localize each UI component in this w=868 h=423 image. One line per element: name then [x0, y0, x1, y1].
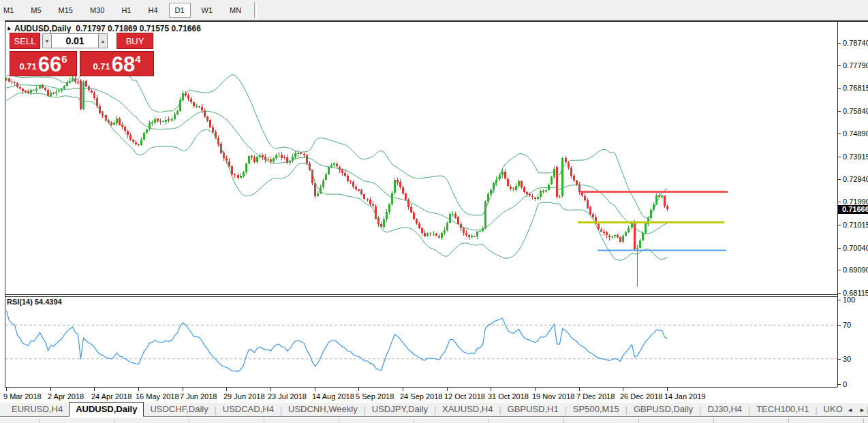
- price-axis-label: 0.78740: [843, 39, 868, 47]
- date-axis-label: 7 Jun 2018: [180, 392, 217, 401]
- chevron-up-icon: ▲: [101, 39, 106, 44]
- tab-usdcnh-weekly[interactable]: USDCNH,Weekly: [282, 403, 364, 416]
- sell-price-big: 66: [38, 56, 61, 74]
- date-axis-label: 9 Mar 2018: [3, 392, 42, 401]
- tab-scroll-buttons: ◄ ►: [843, 405, 865, 415]
- volume-input[interactable]: 0.01: [52, 33, 98, 48]
- price-axis-label: 0.73915: [843, 153, 868, 161]
- date-axis-label: 24 Apr 2018: [91, 392, 131, 401]
- date-axis-label: 14 Jan 2019: [664, 392, 706, 401]
- buy-button[interactable]: BUY: [117, 33, 153, 49]
- tab-sp500-m15[interactable]: SP500,M15: [567, 403, 625, 416]
- tab-eurusd-h4[interactable]: EURUSD,H4: [5, 403, 69, 416]
- date-axis-label: 7 Dec 2018: [576, 392, 615, 401]
- price-axis-label: 0.70040: [843, 244, 868, 252]
- date-axis-label: 24 Sep 2018: [400, 392, 442, 401]
- mt4-window: M1M5M15M30H1H4D1W1MN ▲ AUDUSD,Daily0.717…: [0, 0, 868, 423]
- chevron-down-icon: ▼: [45, 39, 50, 44]
- candlestick-series: [5, 76, 668, 287]
- rsi-axis-label: 100: [843, 296, 855, 304]
- price-axis-label: 0.69090: [843, 266, 868, 274]
- date-axis-label: 31 Oct 2018: [488, 392, 529, 401]
- tab-audusd-daily[interactable]: AUDUSD,Daily: [69, 402, 144, 417]
- sell-button[interactable]: SELL: [10, 33, 40, 49]
- buy-price-big: 68: [112, 56, 135, 74]
- tab-usdchf-daily[interactable]: USDCHF,Daily: [144, 403, 214, 416]
- buy-price-prefix: 0.71: [93, 61, 110, 72]
- chart-symbol-period: AUDUSD,Daily: [14, 24, 71, 33]
- chart-ohlc-values: 0.71797 0.71869 0.71575 0.71666: [76, 24, 201, 33]
- tab-scroll-right-button[interactable]: ►: [859, 405, 865, 415]
- price-axis-label: 0.76815: [843, 84, 868, 92]
- price-axis-label: 0.77790: [843, 61, 868, 69]
- chart-tab-bar: EURUSD,H4AUDUSD,DailyUSDCHF,Daily|USDCAD…: [0, 403, 868, 417]
- trade-panel-top-row: SELL ▼ 0.01 ▲ BUY: [10, 33, 154, 49]
- sell-price-prefix: 0.71: [19, 61, 36, 72]
- status-bar: [0, 418, 868, 423]
- sell-price-pip: 6: [61, 53, 67, 65]
- tab-scroll-left-button[interactable]: ◄: [847, 405, 853, 415]
- tab-usdcad-h4[interactable]: USDCAD,H4: [217, 403, 280, 416]
- one-click-trading-panel: SELL ▼ 0.01 ▲ BUY 0.71666 0.71684: [10, 33, 154, 76]
- date-axis-label: 14 Aug 2018: [312, 392, 354, 401]
- tab-gbpusd-daily[interactable]: GBPUSD,Daily: [627, 403, 699, 416]
- current-price-tag: 0.71666: [838, 205, 868, 214]
- buy-price-pip: 4: [135, 53, 140, 65]
- tab-xauusd-h4[interactable]: XAUUSD,H4: [436, 403, 499, 416]
- chart-title: AUDUSD,Daily0.71797 0.71869 0.71575 0.71…: [14, 24, 201, 33]
- volume-decrease-button[interactable]: ▼: [42, 33, 52, 48]
- rsi-axis-label: 0: [843, 380, 847, 388]
- price-axis-label: 0.75840: [843, 107, 868, 115]
- rsi-axis-label: 70: [843, 321, 851, 329]
- date-axis-label: 26 Dec 2018: [620, 392, 662, 401]
- rsi-line: [7, 311, 668, 371]
- tab-tech100-h1[interactable]: TECH100,H1: [750, 403, 815, 416]
- date-axis-label: 5 Sep 2018: [356, 392, 394, 401]
- rsi-indicator-label: RSI(14) 54.4394: [7, 298, 62, 306]
- date-axis-label: 16 May 2018: [136, 392, 179, 401]
- date-axis-label: 19 Nov 2018: [532, 392, 574, 401]
- date-axis-label: 23 Jul 2018: [268, 392, 307, 401]
- date-axis-label: 29 Jun 2018: [223, 392, 265, 401]
- price-axis-label: 0.72940: [843, 175, 868, 183]
- date-axis-label: 12 Oct 2018: [444, 392, 485, 401]
- buy-price-button[interactable]: 0.71684: [80, 51, 154, 76]
- rsi-axis-label: 30: [843, 355, 851, 363]
- date-axis-label: 2 Apr 2018: [48, 392, 84, 401]
- volume-increase-button[interactable]: ▲: [98, 33, 108, 48]
- tab-dj30-h4[interactable]: DJ30,H4: [701, 403, 748, 416]
- price-axis-label: 0.74890: [843, 129, 868, 138]
- trade-panel-price-row: 0.71666 0.71684: [10, 51, 154, 76]
- tab-gbpusd-h1[interactable]: GBPUSD,H1: [501, 403, 565, 416]
- tab-usdjpy-daily[interactable]: USDJPY,Daily: [366, 403, 434, 416]
- price-axis-label: 0.71015: [843, 221, 868, 229]
- sell-price-button[interactable]: 0.71666: [10, 51, 77, 76]
